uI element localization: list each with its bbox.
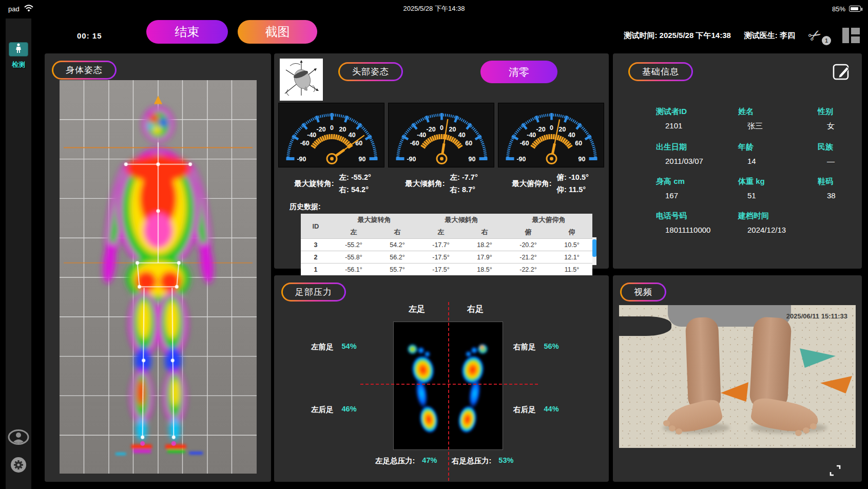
pitch-gauge: -90-60-40-20020406090 (498, 103, 604, 167)
video-orange-wedge (721, 382, 748, 402)
field-phone: 电话号码18011110000 (656, 211, 738, 234)
history-row[interactable]: 3-55.2°54.2°-17.7°18.2°-20.2°10.5° (301, 239, 592, 251)
svg-text:20: 20 (449, 126, 456, 133)
history-group-pitch: 最大俯仰角 (505, 214, 592, 226)
svg-text:0: 0 (330, 124, 334, 131)
video-background-object (619, 316, 671, 336)
foot-crosshair-vertical (448, 302, 449, 481)
end-button[interactable]: 结束 (146, 20, 228, 44)
edit-button[interactable] (832, 62, 852, 81)
history-row[interactable]: 2-55.8°56.2°-17.5°17.9°-21.2°12.1° (301, 251, 592, 264)
right-total-pressure: 右足总压力:53% (452, 456, 513, 466)
left-total-pressure: 左足总压力:47% (375, 456, 437, 466)
field-record-date: 建档时间2024/12/13 (738, 211, 818, 234)
gauge-dial: -90-60-40-20020406090 (389, 103, 495, 168)
svg-text:-60: -60 (410, 140, 419, 147)
svg-text:40: 40 (349, 131, 356, 139)
field-age: 年龄14 (738, 142, 818, 165)
svg-text:0: 0 (440, 124, 443, 131)
foot-crosshair-horizontal (360, 384, 538, 385)
history-col-id: ID (301, 214, 331, 239)
video-panel: 视频 2025/06/11 15:11:33 (613, 275, 862, 482)
svg-text:40: 40 (458, 131, 466, 139)
video-orange-wedge-2 (820, 376, 852, 393)
sidebar-item-detect-label: 检测 (12, 60, 25, 69)
field-ethnicity: 民族— (818, 142, 850, 165)
right-forefoot-stat: 右前足56% (513, 342, 559, 352)
history-scrollbar (592, 237, 596, 265)
history-group-rotation: 最大旋转角 (331, 214, 418, 226)
body-posture-title: 身体姿态 (53, 62, 115, 78)
scissors-tool-button[interactable]: ✂ 1 (808, 25, 829, 46)
angle-metrics: 最大旋转角: 左: -55.2° 右: 54.2° 最大倾斜角: 左: -7.7… (278, 173, 605, 195)
settings-gear-icon[interactable] (10, 456, 27, 476)
fullscreen-icon[interactable] (829, 464, 841, 477)
svg-text:-60: -60 (520, 140, 529, 147)
tilt-metric: 最大倾斜角: 左: -7.7° 右: 8.7° (387, 173, 496, 195)
pitch-metric: 最大俯仰角: 俯: -10.5° 仰: 11.5° (496, 173, 605, 195)
right-rearfoot-stat: 右后足44% (513, 405, 559, 415)
gauge-dial: -90-60-40-20020406090 (279, 103, 385, 168)
history-scrollbar-thumb[interactable] (592, 239, 596, 257)
foot-pressure-title: 足部压力 (283, 284, 344, 300)
foot-pressure-panel: 足部压力 左足 右足 (274, 275, 609, 482)
test-doctor: 测试医生: 李四 (744, 31, 795, 41)
head-posture-title-pill: 头部姿态 (338, 62, 403, 81)
head-posture-panel: 头部姿态 清零 -90-60-40-20020406090 -90-60-40-… (274, 53, 609, 269)
battery-percent: 85% (832, 5, 845, 13)
field-height: 身高 cm167 (656, 177, 738, 200)
field-tester-id: 测试者ID2101 (656, 107, 738, 131)
svg-text:60: 60 (575, 140, 582, 147)
svg-text:90: 90 (578, 156, 586, 163)
svg-text:-20: -20 (317, 126, 326, 133)
video-teal-wedge (800, 346, 836, 368)
history-row[interactable]: 1-56.1°55.7°-17.5°18.5°-22.2°11.5° (301, 264, 592, 276)
history-table: ID 最大旋转角 最大倾斜角 最大俯仰角 左 右 左 右 俯 仰 3-55.2°… (301, 214, 592, 275)
user-avatar-icon[interactable] (8, 429, 29, 447)
sidebar-item-detect[interactable] (9, 42, 28, 57)
svg-text:-20: -20 (536, 126, 546, 133)
head-axes-thumbnail (280, 59, 323, 101)
sidebar: 检测 (6, 18, 31, 489)
toolbar: 00: 15 结束 截图 测试时间: 2025/5/28 下午14:38 测试医… (38, 18, 868, 52)
basic-info-title: 基础信息 (630, 64, 691, 80)
left-rearfoot-stat: 左后足46% (311, 405, 357, 415)
svg-text:90: 90 (359, 156, 366, 163)
rotation-gauge: -90-60-40-20020406090 (278, 103, 384, 167)
field-gender: 性别女 (818, 107, 850, 131)
foot-pressure-title-pill: 足部压力 (281, 283, 346, 302)
svg-text:20: 20 (339, 126, 346, 133)
field-shoe-size: 鞋码38 (818, 177, 850, 200)
video-frame: 2025/06/11 15:11:33 (619, 305, 856, 448)
basic-info-grid: 测试者ID2101 姓名张三 性别女 出生日期2011/03/07 年龄14 民… (656, 107, 850, 234)
svg-text:-90: -90 (407, 156, 416, 163)
battery-icon (849, 6, 861, 12)
left-foot-label: 左足 (409, 304, 425, 315)
svg-text:0: 0 (550, 124, 553, 131)
svg-text:90: 90 (469, 156, 476, 163)
history-group-tilt: 最大倾斜角 (418, 214, 505, 226)
svg-text:60: 60 (465, 140, 472, 147)
layout-grid-icon[interactable] (842, 28, 860, 43)
tilt-gauge: -90-60-40-20020406090 (388, 103, 494, 167)
screenshot-button[interactable]: 截图 (238, 20, 317, 44)
gauge-row: -90-60-40-20020406090 -90-60-40-20020406… (278, 103, 605, 167)
svg-text:-20: -20 (427, 126, 436, 133)
svg-text:20: 20 (558, 126, 566, 133)
session-timer: 00: 15 (77, 31, 102, 40)
person-icon (15, 43, 22, 55)
video-left-leg (685, 317, 721, 411)
field-name: 姓名张三 (738, 107, 818, 131)
svg-text:-60: -60 (300, 140, 310, 147)
video-title: 视频 (622, 284, 665, 300)
status-datetime: 2025/5/28 下午14:38 (0, 4, 868, 13)
reset-button[interactable]: 清零 (480, 61, 557, 83)
left-forefoot-stat: 左前足54% (311, 342, 357, 352)
field-weight: 体重 kg51 (738, 177, 818, 200)
app-root: pad 2025/5/28 下午14:38 85% (0, 0, 868, 489)
scissors-badge: 1 (822, 36, 831, 45)
field-birthdate: 出生日期2011/03/07 (656, 142, 738, 165)
svg-text:-40: -40 (417, 131, 426, 139)
basic-info-title-pill: 基础信息 (628, 62, 693, 81)
svg-text:-90: -90 (297, 156, 306, 163)
